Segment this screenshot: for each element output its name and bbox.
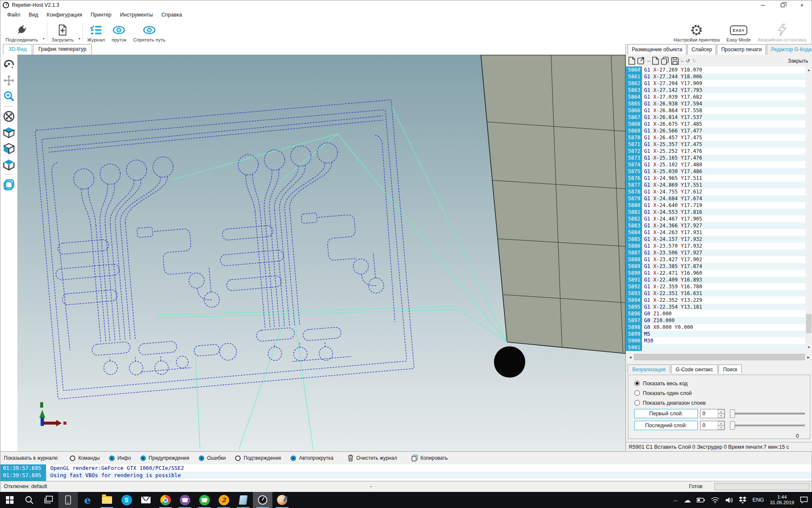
gcode-line[interactable]: 5885G1 X-24.157 Y17.932 [626,236,806,243]
right-tab-2[interactable]: Просмотр печати [717,44,766,55]
menu-item-2[interactable]: Конфигурация [42,11,86,19]
menu-item-3[interactable]: Принтер [86,11,115,19]
toggle-icon[interactable] [140,456,146,461]
gcode-line[interactable]: 5870G1 X-26.457 Y17.475 [626,134,806,141]
tab-temperature-graph[interactable]: График температур [33,44,92,55]
load-dropdown[interactable]: ▼ [77,20,82,44]
rotate-view-icon[interactable] [2,57,16,72]
log-toggle-4[interactable]: Подтверждение [235,455,281,461]
last-layer-slider[interactable] [730,421,805,430]
save-gcode-icon[interactable] [671,57,679,65]
visual-tab-0[interactable]: Визуализация [628,364,670,373]
radio-icon[interactable] [634,400,640,406]
radio-option-1[interactable]: Показать один слой [634,388,806,398]
search-button[interactable] [19,492,39,508]
gcode-line[interactable]: 5868G1 X-26.675 Y17.485 [626,121,806,127]
toggle-icon[interactable] [291,456,296,461]
radio-option-0[interactable]: Показать весь код [634,378,806,388]
file-explorer-button[interactable] [97,492,117,508]
gcode-line[interactable]: 5867G1 X-26.814 Y17.537 [626,114,806,121]
close-button[interactable]: × [792,0,812,10]
log-toggle-3[interactable]: Ошибки [199,455,226,461]
right-tab-3[interactable]: Редактор G-Кода [767,44,812,55]
connect-dropdown[interactable]: ▼ [41,20,46,44]
isometric-view-icon[interactable] [2,125,16,140]
viewport-3d[interactable] [17,55,625,451]
gcode-line[interactable]: 5883G1 X-24.366 Y17.927 [626,222,806,229]
gcode-line[interactable]: 5879G1 X-24.684 Y17.674 [626,195,806,202]
volume-icon[interactable] [725,497,733,503]
spin-up-icon[interactable]: ▲ [718,409,724,414]
battery-icon[interactable] [697,497,705,502]
wifi-icon[interactable] [711,497,719,503]
radio-icon[interactable] [634,390,640,396]
menu-item-5[interactable]: Справка [157,11,187,19]
gcode-line[interactable]: 5898G0 X0.000 Y0.000 [626,324,806,331]
gcode-line[interactable]: 5861G1 X-27.244 Y18.006 [626,73,806,80]
easy-mode-button[interactable]: EASY Easy Mode [723,20,754,44]
dropbox-icon[interactable] [739,497,746,503]
fit-view-icon[interactable] [2,109,16,124]
gcode-line[interactable]: 5862G1 X-27.204 Y17.909 [626,80,806,87]
radio-option-2[interactable]: Показать диапазон слоев [634,398,806,408]
first-layer-slider[interactable] [730,409,805,418]
gcode-line[interactable]: 5888G1 X-23.427 Y17.902 [626,256,806,263]
gcode-line[interactable]: 5884G1 X-24.263 Y17.931 [626,229,806,236]
close-editor-button[interactable]: Закрыть [786,57,810,65]
connect-button[interactable]: Подсоединить [2,20,41,44]
clock[interactable]: 1:44 31.05.2019 [770,494,794,505]
load-button[interactable]: Загрузить [48,20,77,44]
gcode-line[interactable]: 5896G0 Z1.000 [626,310,806,317]
gcode-line[interactable]: 5875G1 X-25.030 Y17.486 [626,168,806,175]
clear-log-button[interactable]: Очистить журнал [348,455,397,461]
gcode-line[interactable]: 5874G1 X-25.102 Y17.480 [626,161,806,168]
gcode-line[interactable]: 5876G1 X-24.965 Y17.511 [626,175,806,182]
toggle-icon[interactable] [70,456,75,461]
gcode-line[interactable]: 5886G1 X-23.570 Y17.932 [626,243,806,249]
gcode-listing[interactable]: 5860G1 X-27.269 Y18.0705861G1 X-27.244 Y… [626,66,806,351]
whatsapp-button[interactable]: ☎ [195,492,214,508]
skype-button[interactable]: S [117,492,136,508]
first-layer-label[interactable]: Первый слой: [634,409,698,418]
start-button[interactable] [0,492,19,508]
2gis-button[interactable]: 2 [214,492,233,508]
gcode-line[interactable]: 5863G1 X-27.142 Y17.793 [626,87,806,94]
tray-overflow-icon[interactable]: ︿ [673,497,678,504]
mail-button[interactable] [136,492,156,508]
menu-item-0[interactable]: Файл [3,11,25,19]
log-toggle-1[interactable]: Инфо [109,455,131,461]
printer-settings-button[interactable]: Настройки принтера [670,20,723,44]
right-tab-0[interactable]: Размещение объекта [628,44,686,55]
gcode-line[interactable]: 5890G1 X-22.471 Y16.960 [626,270,806,276]
scroll-up-icon[interactable]: ▲ [805,66,812,74]
onedrive-icon[interactable]: ☁ [684,496,691,504]
visual-tab-2[interactable]: Поиск [719,364,742,373]
chrome-button[interactable] [156,492,175,508]
task-view-button[interactable] [39,492,58,508]
gcode-line[interactable]: 5878G1 X-24.755 Y17.612 [626,188,806,195]
gcode-line[interactable]: 5891G1 X-22.409 Y16.893 [626,276,806,283]
gcode-line[interactable]: 5871G1 X-25.357 Y17.475 [626,141,806,148]
gcode-line[interactable]: 5877G1 X-24.869 Y17.551 [626,182,806,188]
gcode-line[interactable]: 5897G0 Z10.000 [626,317,806,324]
export-gcode-icon[interactable] [637,57,645,65]
restore-button[interactable] [773,0,792,10]
first-layer-spinner[interactable]: 0 ▲▼ [700,409,725,418]
scrollbar-thumb[interactable] [806,314,812,333]
emergency-stop-button[interactable]: Аварийная остановка [754,20,810,44]
menu-item-4[interactable]: Инструменты [116,11,157,19]
top-view-icon[interactable] [2,157,16,172]
last-layer-spinner[interactable]: 0 ▲▼ [700,421,725,430]
gcode-horizontal-scrollbar[interactable]: ◄ ► [627,353,812,361]
redo-icon[interactable]: ↻ [692,58,696,64]
gcode-line[interactable]: 5894G1 X-22.352 Y13.229 [626,297,806,304]
toggle-frames-icon[interactable] [2,177,16,192]
zoom-view-icon[interactable] [2,89,16,104]
copy-gcode-icon[interactable] [661,57,669,65]
repetier-host-button[interactable] [253,492,272,508]
gcode-line[interactable]: 5869G1 X-26.566 Y17.477 [626,127,806,134]
gcode-line[interactable]: 5866G1 X-26.864 Y17.558 [626,107,806,114]
viber-button[interactable]: ☎ [175,492,195,508]
gcode-line[interactable]: 5892G1 X-22.359 Y16.780 [626,283,806,290]
gcode-line[interactable]: 5900M30 [626,337,806,344]
